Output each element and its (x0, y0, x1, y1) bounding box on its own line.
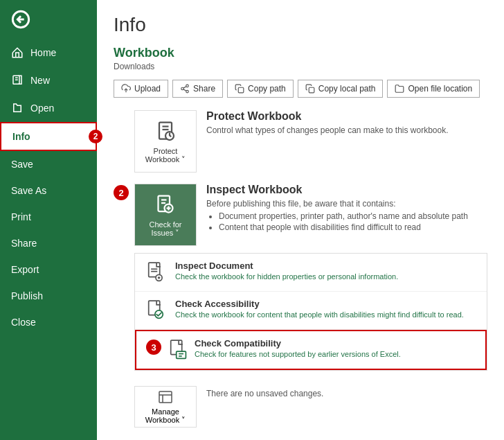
protect-workbook-button[interactable]: ProtectWorkbook ˅ (134, 110, 197, 173)
protect-button-label: ProtectWorkbook ˅ (145, 147, 186, 164)
sidebar-item-close[interactable]: Close (0, 309, 97, 335)
copy-local-icon (305, 84, 315, 94)
compatibility-text: Check Compatibility Check for features n… (195, 338, 401, 358)
open-location-button[interactable]: Open file location (387, 80, 480, 98)
sidebar: Home New Open Info 2 Save Save As Print … (0, 0, 97, 440)
sidebar-label-open: Open (30, 103, 54, 114)
check-issues-label: Check forIssues ˅ (149, 220, 181, 238)
sidebar-item-open[interactable]: Open (0, 94, 97, 122)
svg-rect-35 (159, 391, 172, 403)
accessibility-text: Check Accessibility Check the workbook f… (175, 299, 464, 319)
folder-icon (395, 84, 404, 94)
sidebar-item-new[interactable]: New (0, 67, 97, 94)
copy-path-button[interactable]: Copy path (227, 80, 294, 98)
sidebar-label-save: Save (11, 159, 33, 170)
sidebar-label-saveas: Save As (11, 185, 46, 196)
protect-title: Protect Workbook (206, 110, 449, 123)
compatibility-desc: Check for features not supported by earl… (195, 350, 401, 358)
sidebar-label-share: Share (11, 238, 37, 249)
main-content: Info Workbook Downloads Upload Share Cop… (97, 0, 504, 440)
check-accessibility-item[interactable]: Check Accessibility Check the workbook f… (135, 292, 487, 330)
svg-point-7 (181, 87, 184, 90)
sidebar-label-home: Home (30, 47, 56, 58)
svg-line-10 (183, 87, 186, 88)
inspect-doc-desc: Check the workbook for hidden properties… (175, 272, 398, 281)
sidebar-label-close: Close (11, 317, 36, 328)
svg-point-8 (186, 90, 189, 93)
sidebar-label-publish: Publish (11, 290, 43, 301)
inspect-doc-text: Inspect Document Check the workbook for … (175, 261, 398, 281)
sidebar-item-saveas[interactable]: Save As (0, 177, 97, 204)
upload-icon (121, 84, 131, 94)
share-label: Share (193, 84, 215, 94)
sidebar-label-info: Info (12, 131, 30, 142)
compatibility-icon (167, 338, 189, 362)
sidebar-label-export: Export (11, 264, 39, 275)
inspect-title: Inspect Workbook (206, 184, 468, 196)
page-title: Info (114, 14, 487, 36)
inspect-doc-title: Inspect Document (175, 261, 398, 271)
open-location-label: Open file location (408, 84, 472, 94)
manage-text: There are no unsaved changes. (206, 383, 323, 398)
inspect-description: Before publishing this file, be aware th… (206, 199, 468, 209)
sidebar-item-info[interactable]: Info 2 (0, 122, 97, 151)
inspect-document-item[interactable]: Inspect Document Check the workbook for … (135, 254, 487, 292)
protect-info: ProtectWorkbook ˅ Protect Workbook Contr… (134, 110, 449, 173)
toolbar: Upload Share Copy path Copy local path O… (114, 80, 487, 98)
inspect-doc-icon (145, 261, 167, 284)
sidebar-item-home[interactable]: Home (0, 39, 97, 67)
inspect-info: Check forIssues ˅ Inspect Workbook Befor… (134, 184, 487, 246)
protect-description: Control what types of changes people can… (206, 125, 449, 135)
sidebar-item-publish[interactable]: Publish (0, 283, 97, 309)
sidebar-label-print: Print (11, 211, 31, 222)
svg-rect-11 (238, 87, 244, 93)
step-badge-2: 2 (114, 185, 129, 200)
back-button[interactable] (0, 0, 97, 39)
protect-icon (153, 119, 178, 144)
sidebar-item-save[interactable]: Save (0, 151, 97, 177)
svg-point-6 (186, 85, 189, 87)
manage-label: ManageWorkbook ˅ (145, 407, 186, 425)
accessibility-desc: Check the workbook for content that peop… (175, 310, 464, 319)
inspect-icon (153, 193, 178, 218)
upload-label: Upload (134, 84, 161, 94)
sidebar-item-print[interactable]: Print (0, 204, 97, 230)
copy-path-icon (235, 84, 244, 94)
accessibility-icon (145, 299, 167, 322)
protect-text: Protect Workbook Control what types of c… (206, 110, 449, 138)
share-button[interactable]: Share (172, 80, 223, 98)
inspect-dropdown: Inspect Document Check the workbook for … (134, 253, 487, 371)
inspect-bullet-1: Document properties, printer path, autho… (219, 211, 468, 221)
sidebar-item-export[interactable]: Export (0, 256, 97, 283)
inspect-text: Inspect Workbook Before publishing this … (206, 184, 468, 234)
workbook-path: Downloads (114, 62, 487, 71)
sidebar-item-share[interactable]: Share (0, 230, 97, 256)
no-unsaved-text: There are no unsaved changes. (206, 389, 323, 398)
svg-rect-12 (309, 87, 314, 93)
protect-section: ProtectWorkbook ˅ Protect Workbook Contr… (114, 110, 487, 179)
copy-local-path-button[interactable]: Copy local path (298, 80, 384, 98)
check-issues-button[interactable]: Check forIssues ˅ (134, 184, 197, 246)
sidebar-label-new: New (30, 75, 50, 86)
check-compatibility-item[interactable]: 3 Check Compatibility (135, 330, 487, 370)
inspect-section: 2 Check forIssues ˅ Inspect Workbook (114, 184, 487, 379)
compatibility-title: Check Compatibility (195, 338, 401, 349)
copy-local-path-label: Copy local path (318, 84, 376, 94)
manage-icon (157, 389, 174, 406)
info-badge: 2 (89, 130, 102, 143)
share-icon (180, 84, 190, 94)
manage-workbook-button[interactable]: ManageWorkbook ˅ (134, 386, 197, 428)
step-badge-3: 3 (146, 340, 161, 355)
manage-section: ManageWorkbook ˅ There are no unsaved ch… (114, 383, 487, 428)
inspect-bullets: Document properties, printer path, autho… (206, 211, 468, 232)
svg-line-9 (183, 89, 186, 91)
svg-rect-32 (177, 351, 186, 358)
copy-path-label: Copy path (248, 84, 286, 94)
accessibility-title: Check Accessibility (175, 299, 464, 309)
workbook-title: Workbook (114, 46, 487, 60)
upload-button[interactable]: Upload (114, 80, 168, 98)
inspect-bullet-2: Content that people with disabilities fi… (219, 222, 468, 232)
